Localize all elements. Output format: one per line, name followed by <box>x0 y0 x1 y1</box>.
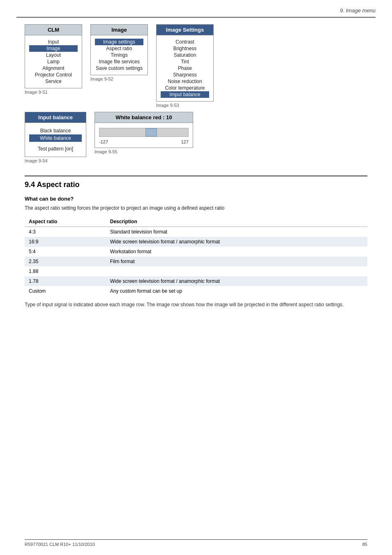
clm-item-alignment: Alignment <box>29 65 78 72</box>
white-balance-box: White balance red : 10 -127 127 <box>95 112 193 148</box>
is-item-color-temp: Color temperature <box>161 85 209 91</box>
clm-item-service: Service <box>29 78 78 85</box>
white-balance-image-label: Image 9-55 <box>95 149 193 154</box>
ratio-1-88: 1.88 <box>25 266 106 276</box>
is-item-sharpness: Sharpness <box>161 72 209 78</box>
image-settings-label: Image 9-53 <box>156 103 214 108</box>
desc-5-4: Workstation format <box>106 247 367 257</box>
image-settings-header: Image Settings <box>157 25 213 35</box>
white-balance-header: White balance red : 10 <box>95 112 193 123</box>
is-item-brightness: Brightness <box>161 45 209 52</box>
ratio-4-3: 4:3 <box>25 227 106 237</box>
section-number: 9.4 <box>25 180 35 189</box>
is-item-imput-balance: Imput balance <box>161 91 209 98</box>
is-item-contrast: Contrast <box>161 39 209 45</box>
footer-left: R59770021 CLM R10+ 11/10/2010 <box>25 542 95 547</box>
table-body: 4:3 Standard television format 16:9 Wide… <box>25 227 367 296</box>
desc-2-35: Film format <box>106 257 367 266</box>
section-9-4-heading: 9.4 Aspect ratio <box>25 180 367 189</box>
table-header-row: Aspect ratio Description <box>25 217 367 227</box>
sub-heading: What can be done? <box>25 196 367 202</box>
table-row: 4:3 Standard television format <box>25 227 367 237</box>
section-title: Aspect ratio <box>37 180 79 189</box>
ib-item-white: White balance <box>29 134 82 142</box>
image-item-settings: Image settings <box>95 39 143 45</box>
image-menu-header: Image <box>91 25 148 35</box>
image-menu-diagram: Image Image settings Aspect ratio Timing… <box>90 24 148 81</box>
slider-track[interactable] <box>99 128 189 137</box>
page-footer: R59770021 CLM R10+ 11/10/2010 85 <box>25 539 367 547</box>
input-balance-header: Input balance <box>25 112 86 123</box>
image-menu-box: Image Image settings Aspect ratio Timing… <box>90 24 148 75</box>
section-divider <box>25 176 367 176</box>
slider-max-label: 127 <box>181 139 189 144</box>
slider-container[interactable] <box>99 128 189 137</box>
image-item-save-custom: Save custom settings <box>95 65 143 72</box>
desc-4-3: Standard television format <box>106 227 367 237</box>
menu-diagrams-row1: CLM Input Image Layout Lamp Alignment Pr… <box>25 24 367 108</box>
section-description: The aspect ratio setting forces the proj… <box>25 205 367 211</box>
desc-custom: Any custom format can be set up <box>106 286 367 296</box>
slider-labels: -127 127 <box>99 139 189 144</box>
table-row: 5:4 Workstation format <box>25 247 367 257</box>
desc-16-9: Wide screen television format / anamorph… <box>106 237 367 247</box>
is-item-phase: Phase <box>161 65 209 72</box>
image-item-aspect: Aspect ratio <box>95 45 143 52</box>
input-balance-body: Black balance White balance Test pattern… <box>25 123 86 157</box>
input-balance-diagram: Input balance Black balance White balanc… <box>25 112 86 163</box>
clm-item-lamp: Lamp <box>29 58 78 65</box>
ratio-1-78: 1.78 <box>25 276 106 286</box>
image-settings-body: Contrast Brightness Saturation Tint Phas… <box>157 35 213 101</box>
white-balance-diagram: White balance red : 10 -127 127 Image 9-… <box>95 112 193 154</box>
table-row: 1.88 <box>25 266 367 276</box>
chapter-title: 9. Image menu <box>340 7 376 14</box>
slider-min-label: -127 <box>99 139 108 144</box>
clm-menu-box: CLM Input Image Layout Lamp Alignment Pr… <box>25 24 82 88</box>
page-header: 9. Image menu <box>0 0 392 17</box>
image-menu-label: Image 9-52 <box>90 76 148 81</box>
menu-diagrams-row2: Input balance Black balance White balanc… <box>25 112 367 163</box>
table-row: Custom Any custom format can be set up <box>25 286 367 296</box>
clm-item-layout: Layout <box>29 52 78 58</box>
col-aspect-ratio: Aspect ratio <box>25 217 106 227</box>
image-settings-box: Image Settings Contrast Brightness Satur… <box>156 24 214 102</box>
ratio-16-9: 16:9 <box>25 237 106 247</box>
ib-item-black: Black balance <box>29 127 82 134</box>
is-item-tint: Tint <box>161 58 209 65</box>
clm-item-projector-control: Projector Control <box>29 72 78 78</box>
is-item-noise-reduction: Noise reduction <box>161 78 209 85</box>
clm-menu-diagram: CLM Input Image Layout Lamp Alignment Pr… <box>25 24 82 95</box>
image-item-timings: Timings <box>95 52 143 58</box>
desc-1-78: Wide screen television format / anamorph… <box>106 276 367 286</box>
clm-item-input: Input <box>29 39 78 45</box>
col-description: Description <box>106 217 367 227</box>
image-menu-body: Image settings Aspect ratio Timings Imag… <box>91 35 148 75</box>
table-row: 16:9 Wide screen television format / ana… <box>25 237 367 247</box>
is-item-saturation: Saturation <box>161 52 209 58</box>
clm-menu-body: Input Image Layout Lamp Alignment Projec… <box>25 35 82 88</box>
slider-thumb[interactable] <box>145 128 157 136</box>
desc-1-88 <box>106 266 367 276</box>
ratio-5-4: 5:4 <box>25 247 106 257</box>
image-settings-diagram: Image Settings Contrast Brightness Satur… <box>156 24 214 108</box>
image-item-file-services: Image file services <box>95 58 143 65</box>
clm-menu-header: CLM <box>25 25 82 35</box>
header-divider <box>16 17 376 18</box>
footer-page-number: 85 <box>362 542 367 547</box>
clm-item-image: Image <box>29 45 78 52</box>
ratio-2-35: 2.35 <box>25 257 106 266</box>
table-row: 1.78 Wide screen television format / ana… <box>25 276 367 286</box>
input-balance-box: Input balance Black balance White balanc… <box>25 112 86 157</box>
input-balance-image-label: Image 9-54 <box>25 158 86 163</box>
ib-item-test-pattern: Test pattern [on] <box>29 145 82 153</box>
table-row: 2.35 Film format <box>25 257 367 266</box>
footer-note: Type of input signal is indicated above … <box>25 302 367 308</box>
main-content: CLM Input Image Layout Lamp Alignment Pr… <box>0 24 392 330</box>
white-balance-body: -127 127 <box>95 123 193 148</box>
ratio-custom: Custom <box>25 286 106 296</box>
aspect-ratio-table: Aspect ratio Description 4:3 Standard te… <box>25 217 367 296</box>
clm-image-label: Image 9-51 <box>25 90 82 95</box>
